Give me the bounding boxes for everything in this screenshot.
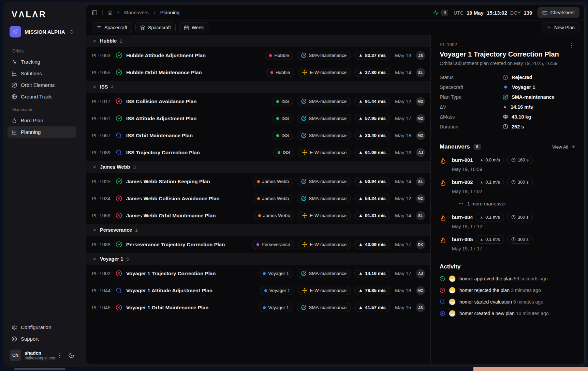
x-circle-icon [116,98,122,105]
sidebar-item-burn-plan[interactable]: Burn Plan [8,115,76,126]
sidebar-item-support[interactable]: Support [8,333,76,344]
plan-row[interactable]: PL-1044Voyager 1 Attitude Adjustment Pla… [86,282,430,299]
burn-item[interactable]: burn-0040.1 m/s300 sMay 19, 17:12 [440,213,575,229]
flame-icon [12,118,17,123]
field-label: Status [440,75,503,80]
view-all-link[interactable]: View All [552,144,575,150]
plan-row[interactable]: PL-1017ISS Collision Avoidance PlanISSSM… [86,93,430,110]
burn-name: burn-001 [452,157,473,163]
sidebar-toggle-button[interactable] [92,10,98,16]
burn-item[interactable]: burn-0010.0 m/s160 sMay 19, 16:59 [440,156,575,172]
panel-left-icon[interactable] [92,10,98,16]
plan-row[interactable]: PL-1046Voyager 1 Orbit Maintenance PlanV… [86,299,430,316]
alerts-count-badge: 4 [441,10,448,16]
plan-row[interactable]: PL-1053Hubble Attitude Adjustment PlanHu… [86,47,430,64]
triangle-icon [359,214,363,217]
sidebar-item-planning[interactable]: Planning [8,126,76,138]
more-maneuvers-link[interactable]: 1 more maneuver [458,201,575,206]
actor-avatar [449,298,456,305]
sidebar-item-orbit-elements[interactable]: Orbit Elements [8,79,76,91]
detail-field: ΔV14.16 m/s [440,102,575,112]
plan-name: Hubble Attitude Adjustment Plan [126,52,206,58]
burn-delta-v-badge: 0.0 m/s [476,156,504,164]
plan-name: James Webb Collision Avoidance Plan [126,196,220,201]
plan-table: Hubble2PL-1053Hubble Attitude Adjustment… [86,35,431,364]
sidebar-item-tracking[interactable]: Tracking [8,56,76,67]
triangle-icon [359,243,363,246]
breadcrumb-maneuvers[interactable]: Maneuvers [124,10,149,15]
search-icon [116,287,122,294]
plan-row[interactable]: PL-1089ISS Trajectory Correction PlanISS… [86,144,430,161]
assignee-avatar: MG [416,131,425,140]
plan-id: PL-1067 [92,133,112,138]
plan-row[interactable]: PL-1025James Webb Station Keeping PlanJa… [86,173,430,190]
sidebar-item-ground-track[interactable]: Ground Track [8,91,76,102]
sidebar-item-solutions[interactable]: Solutions [8,68,76,79]
triangle-icon [359,197,363,200]
assignee-avatar: SL [416,177,425,186]
dark-mode-toggle[interactable] [68,352,74,358]
plan-row[interactable]: PL-1002Voyager 1 Trajectory Correction P… [86,265,430,282]
move-icon [302,213,307,218]
spacecraft-badge: ISS [272,114,293,123]
filter-button-spacecraft[interactable]: Spacecraft [135,22,176,33]
assignee-avatar: MG [416,114,425,123]
spacecraft-dot [263,272,266,275]
filter-button-week[interactable]: Week [179,22,209,33]
kebab-icon[interactable] [569,43,575,48]
detail-kebab-menu[interactable] [568,42,575,49]
activity-icon [12,59,17,65]
plan-name: ISS Attitude Adjustment Plan [126,115,196,121]
plan-name: ISS Collision Avoidance Plan [126,98,196,104]
filter-button-spacecraft[interactable]: Spacecraft [92,22,132,33]
plan-row[interactable]: PL-1034James Webb Collision Avoidance Pl… [86,190,430,207]
alerts-indicator[interactable]: 4 [433,10,448,16]
plan-row[interactable]: PL-1051ISS Attitude Adjustment PlanISSSM… [86,110,430,127]
plan-date: May 15 [395,305,413,310]
globe-icon [12,94,17,99]
plan-id: PL-1044 [92,288,112,293]
plan-row[interactable]: PL-1088Perseverance Trajectory Correctio… [86,236,430,253]
spacecraft-dot [269,54,272,57]
spacecraft-badge: ISS [272,131,293,140]
home-icon[interactable] [107,10,113,15]
burn-item[interactable]: burn-0020.1 m/s300 sMay 19, 17:02 [440,178,575,194]
plan-name: Voyager 1 Attitude Adjustment Plan [126,288,212,293]
plan-date: May 12 [395,99,413,104]
detail-field: StatusRejected [440,72,575,82]
burn-item[interactable]: burn-0050.1 m/s300 sMay 19, 17:17 [440,235,575,251]
actor-avatar [449,287,456,294]
plan-type-badge: E-W-maintenance [298,286,351,295]
sidebar-item-label: Configuration [21,324,51,330]
check-circle-icon [116,69,122,76]
spacecraft-dot [278,151,280,154]
field-value: SMA-maintenance [503,94,555,100]
new-plan-button[interactable]: New Plan [542,22,579,33]
topbar: Maneuvers Planning 4 UTC 19 May 15:13:02… [86,5,584,20]
spacecraft-badge: ISS [273,148,295,157]
plan-row[interactable]: PL-1067ISS Orbit Maintenance PlanISSSMA-… [86,127,430,144]
plan-row[interactable]: PL-1055Hubble Orbit Maintenance PlanHubb… [86,64,430,81]
user-menu[interactable]: CN shadcn m@example.com [8,348,76,363]
home-breadcrumb-icon[interactable] [107,10,113,15]
group-header-hubble[interactable]: Hubble2 [86,35,430,47]
burn-duration-badge: 160 s [507,156,533,164]
sidebar-item-configuration[interactable]: Configuration [8,322,76,333]
clock-icon [511,158,516,162]
orbit-icon [301,53,306,58]
activity-item: homer rejected the plan 3 minutes ago [440,287,575,294]
activity-icon [433,10,439,16]
kebab-menu-icon[interactable] [57,353,63,358]
orbit-icon [301,116,306,121]
group-header-perseverance[interactable]: Perseverance1 [86,224,430,236]
x-circle-icon [116,304,122,311]
plan-row[interactable]: PL-1059James Webb Orbit Maintenance Plan… [86,207,430,224]
mission-switcher[interactable]: MISSION ALPHA [7,24,77,39]
group-header-james-webb[interactable]: James Webb3 [86,161,430,173]
group-header-iss[interactable]: ISS4 [86,81,430,93]
cheatsheet-button[interactable]: Cheatsheet [538,7,579,18]
plus-icon [546,25,552,30]
detail-field: ΔMass43.10 kg [440,112,575,122]
delta-v-badge: 61.06 m/s [354,148,390,157]
group-header-voyager-1[interactable]: Voyager 15 [86,253,430,265]
